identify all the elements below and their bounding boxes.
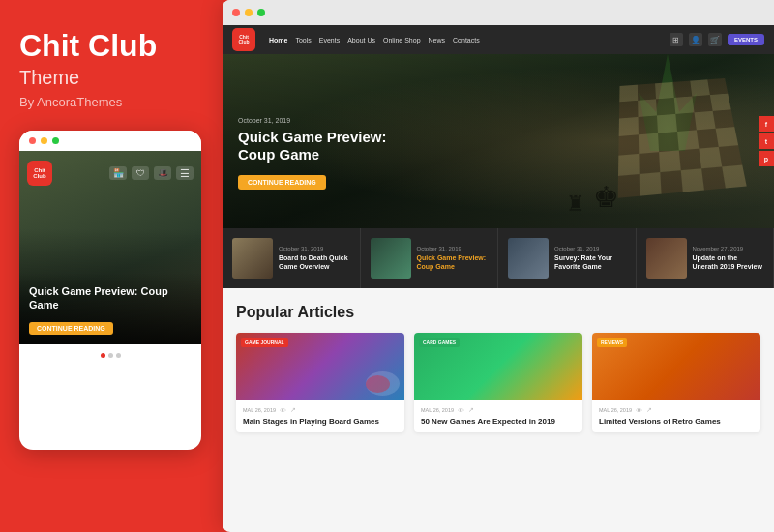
social-icon-twitter[interactable]: t [759,133,774,149]
mobile-hero-content: Quick Game Preview: Coup Game CONTINUE R… [19,273,201,345]
post-title-2: Survey: Rate Your Favorite Game [554,253,626,271]
hero-title: Quick Game Preview: Coup Game [238,129,412,163]
article-info-2: MAL 26, 2019 👁 ↗ Limited Versions of Ret… [592,400,760,432]
article-meta-0: MAL 26, 2019 👁 ↗ [243,406,398,414]
article-img-0: GAME JOURNAL [236,333,404,400]
article-tag-2: REVIEWS [597,338,627,347]
site-hero: ♚ ♜ October 31, 2019 Quick Game Preview:… [223,54,774,228]
mobile-hero: ChitClub 🏪 🛡 🎩 ☰ Quick Game Preview: Cou… [19,151,201,344]
article-meta-1: MAL 26, 2019 👁 ↗ [421,406,576,414]
chess-piece-king: ♚ [593,180,619,214]
social-icon-pinterest[interactable]: p [759,151,774,166]
article-card-1[interactable]: CARD GAMES MAL 26, 2019 👁 ↗ 50 New Games… [414,333,582,432]
article-eye-icon-2: 👁 [636,407,642,414]
post-meta-0: October 31, 2019 Board to Death Quick Ga… [279,246,350,271]
article-share-icon-1: ↗ [468,406,474,414]
article-meta-2: MAL 26, 2019 👁 ↗ [599,406,754,414]
site-main: Popular Articles GAME JOURNAL MAL 26, 20… [223,288,774,448]
post-meta-2: October 31, 2019 Survey: Rate Your Favor… [554,246,626,271]
post-item-1[interactable]: October 31, 2019 Quick Game Preview: Cou… [361,228,499,288]
mobile-dot-yellow [41,137,47,144]
nav-link-tools[interactable]: Tools [295,37,311,44]
article-date-0: MAL 26, 2019 [243,407,276,413]
article-tag-0: GAME JOURNAL [241,338,288,347]
nav-link-contacts[interactable]: Contacts [453,37,480,44]
article-img-1: CARD GAMES [414,333,582,400]
mobile-nav-icon-menu[interactable]: ☰ [176,166,194,180]
left-panel: Chit Club Theme By AncoraThemes ChitClub… [0,0,223,532]
nav-link-shop[interactable]: Online Shop [383,37,421,44]
nav-link-about[interactable]: About Us [347,37,375,44]
mobile-dot-red [29,137,36,144]
nav-link-home[interactable]: Home [269,37,287,44]
article-title-1: 50 New Games Are Expected in 2019 [421,417,576,427]
article-card-2[interactable]: REVIEWS MAL 26, 2019 👁 ↗ Limited Version… [592,333,760,432]
browser-dot-red [232,9,240,16]
post-date-3: November 27, 2019 [693,246,764,251]
post-item-0[interactable]: October 31, 2019 Board to Death Quick Ga… [223,228,361,288]
article-share-icon-2: ↗ [646,406,652,414]
hero-content: October 31, 2019 Quick Game Preview: Cou… [238,117,412,190]
hero-read-button[interactable]: CONTINUE READING [238,175,326,190]
articles-grid: GAME JOURNAL MAL 26, 2019 👁 ↗ Main Stage… [236,333,760,432]
article-date-2: MAL 26, 2019 [599,407,632,413]
desktop-site: ChitClub Home Tools Events About Us Onli… [223,25,774,532]
mobile-top-bar [19,131,201,151]
post-title-1: Quick Game Preview: Coup Game [417,253,489,271]
mobile-nav-icon-hat: 🎩 [154,166,171,180]
mobile-dot-green [52,137,59,144]
article-img-2: REVIEWS [592,333,760,400]
desktop-mockup: ChitClub Home Tools Events About Us Onli… [223,0,774,532]
mobile-nav-icons: 🏪 🛡 🎩 ☰ [109,166,194,180]
social-icon-facebook[interactable]: f [759,116,774,132]
post-item-3[interactable]: November 27, 2019 Update on the Unerath … [637,228,775,288]
mobile-dot-3 [116,353,121,358]
hero-social-icons: f t p [759,116,774,166]
post-meta-3: November 27, 2019 Update on the Unerath … [693,246,764,271]
browser-dot-green [257,9,265,16]
post-title-3: Update on the Unerath 2019 Preview [693,253,764,271]
article-info-0: MAL 26, 2019 👁 ↗ Main Stages in Playing … [236,400,404,432]
post-thumb-2 [508,238,549,279]
nav-icon-grid[interactable]: ⊞ [670,33,683,46]
article-date-1: MAL 26, 2019 [421,407,454,413]
popular-articles-title: Popular Articles [236,304,760,321]
article-eye-icon-0: 👁 [280,407,286,414]
article-card-0[interactable]: GAME JOURNAL MAL 26, 2019 👁 ↗ Main Stage… [236,333,404,432]
nav-events-button[interactable]: EVENTS [728,34,764,45]
post-meta-1: October 31, 2019 Quick Game Preview: Cou… [417,246,489,271]
mobile-nav-bar: ChitClub 🏪 🛡 🎩 ☰ [19,156,201,191]
mobile-read-btn[interactable]: CONTINUE READING [29,322,113,335]
site-navbar: ChitClub Home Tools Events About Us Onli… [223,25,774,54]
app-title: Chit Club [19,29,203,63]
chess-piece-rook: ♜ [566,192,585,217]
post-thumb-3 [646,238,687,279]
nav-icon-person[interactable]: 👤 [689,33,702,46]
post-item-2[interactable]: October 31, 2019 Survey: Rate Your Favor… [498,228,637,288]
nav-link-events[interactable]: Events [319,37,340,44]
article-info-1: MAL 26, 2019 👁 ↗ 50 New Games Are Expect… [414,400,582,432]
article-tag-1: CARD GAMES [419,338,460,347]
article-share-icon-0: ↗ [290,406,296,414]
nav-icon-cart[interactable]: 🛒 [708,33,722,46]
post-date-2: October 31, 2019 [554,246,626,251]
article-title-0: Main Stages in Playing Board Games [243,417,398,427]
mobile-dot-1 [101,353,105,358]
hero-date: October 31, 2019 [238,117,412,124]
app-by: By AncoraThemes [19,95,203,109]
article-title-2: Limited Versions of Retro Games [599,417,754,427]
post-thumb-1 [371,238,411,279]
site-nav-links: Home Tools Events About Us Online Shop N… [269,37,480,44]
post-title-0: Board to Death Quick Game Overview [279,253,350,271]
nav-link-news[interactable]: News [429,37,446,44]
mobile-hero-title: Quick Game Preview: Coup Game [29,284,192,312]
mobile-mockup: ChitClub 🏪 🛡 🎩 ☰ Quick Game Preview: Cou… [19,131,201,450]
mobile-pagination-dots [19,348,201,363]
site-nav-right: ⊞ 👤 🛒 EVENTS [670,33,764,46]
browser-chrome [223,0,774,25]
mobile-nav-icon-shield: 🛡 [132,166,149,180]
posts-strip: October 31, 2019 Board to Death Quick Ga… [223,228,774,288]
mobile-logo: ChitClub [27,161,52,186]
browser-dot-yellow [245,9,253,16]
post-date-0: October 31, 2019 [279,246,350,251]
